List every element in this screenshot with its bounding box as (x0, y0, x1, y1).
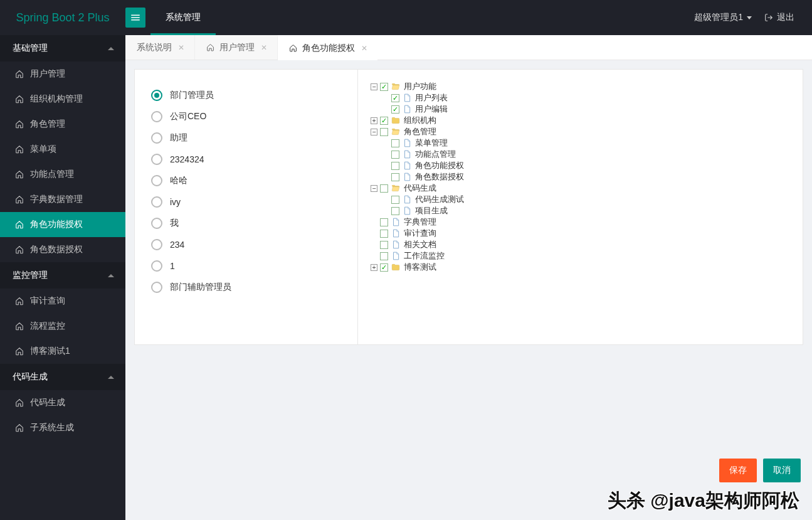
sidebar-item-1-1[interactable]: 流程监控 (0, 314, 125, 339)
top-tab-0[interactable]: 系统管理 (150, 0, 216, 35)
radio-icon (151, 260, 162, 272)
role-label: 部门辅助管理员 (170, 282, 231, 293)
expand-icon[interactable]: + (371, 117, 377, 124)
user-menu[interactable]: 超级管理员1 (694, 12, 752, 23)
watermark: 头杀 @java架构师阿松 (608, 488, 799, 514)
sidebar-item-label: 审计查询 (30, 295, 65, 307)
tree-node-label[interactable]: 字典管理 (404, 216, 436, 228)
sidebar-item-2-1[interactable]: 子系统生成 (0, 415, 125, 440)
content-tab-0[interactable]: 系统说明✕ (125, 35, 194, 60)
checkbox[interactable] (380, 128, 388, 136)
role-radio-1[interactable]: 公司CEO (151, 106, 341, 127)
sidebar-item-1-2[interactable]: 博客测试1 (0, 339, 125, 364)
menu-icon (130, 12, 141, 23)
home-icon (15, 95, 24, 103)
sidebar-item-0-5[interactable]: 字典数据管理 (0, 187, 125, 212)
checkbox[interactable] (380, 241, 388, 249)
sidebar-item-0-6[interactable]: 角色功能授权 (0, 212, 125, 237)
sidebar-item-0-3[interactable]: 菜单项 (0, 137, 125, 162)
role-radio-2[interactable]: 助理 (151, 127, 341, 149)
tree-node-label[interactable]: 功能点管理 (415, 149, 456, 160)
radio-icon (151, 175, 162, 186)
sidebar-item-label: 字典数据管理 (30, 194, 83, 205)
tree-node: 功能点管理 (382, 149, 790, 160)
save-button[interactable]: 保存 (719, 459, 757, 482)
tree-node: 项目生成 (382, 205, 790, 216)
cancel-button[interactable]: 取消 (763, 459, 801, 482)
logout-button[interactable]: 退出 (764, 12, 794, 23)
sidebar-item-0-1[interactable]: 组织机构管理 (0, 87, 125, 112)
role-radio-7[interactable]: 234 (151, 234, 341, 255)
tab-close-icon[interactable]: ✕ (177, 42, 186, 53)
tree-node-label[interactable]: 角色数据授权 (415, 171, 464, 183)
expand-icon[interactable]: + (371, 264, 377, 271)
checkbox[interactable] (391, 151, 399, 159)
tree-node-label[interactable]: 工作流监控 (404, 250, 445, 262)
checkbox[interactable] (380, 117, 388, 125)
checkbox[interactable] (391, 139, 399, 147)
tree-node-label[interactable]: 角色管理 (404, 126, 436, 137)
folder-icon (391, 184, 401, 193)
checkbox[interactable] (380, 218, 388, 226)
sidebar-item-0-2[interactable]: 角色管理 (0, 112, 125, 137)
role-radio-6[interactable]: 我 (151, 213, 341, 234)
checkbox[interactable] (380, 252, 388, 260)
sidebar-item-0-4[interactable]: 功能点管理 (0, 162, 125, 187)
role-radio-9[interactable]: 部门辅助管理员 (151, 277, 341, 298)
sidebar-item-0-0[interactable]: 用户管理 (0, 61, 125, 87)
role-radio-8[interactable]: 1 (151, 255, 341, 277)
tree-node-label[interactable]: 菜单管理 (415, 137, 448, 149)
tree-node-label[interactable]: 用户编辑 (415, 103, 448, 115)
role-radio-4[interactable]: 哈哈 (151, 170, 341, 191)
tree-node-label[interactable]: 审计查询 (404, 228, 436, 239)
role-radio-5[interactable]: ivy (151, 191, 341, 213)
sidebar-item-0-7[interactable]: 角色数据授权 (0, 237, 125, 262)
collapse-icon[interactable]: − (371, 185, 377, 192)
collapse-icon[interactable]: − (371, 83, 377, 90)
file-icon (402, 206, 412, 215)
tree-node: 代码生成测试 (382, 194, 790, 205)
tree-node-label[interactable]: 博客测试 (404, 262, 436, 273)
tree-node: +组织机构 (371, 115, 790, 126)
radio-icon (151, 132, 162, 144)
menu-toggle-button[interactable] (125, 8, 145, 28)
tab-close-icon[interactable]: ✕ (260, 42, 268, 53)
file-icon (391, 240, 401, 249)
checkbox[interactable] (391, 162, 399, 170)
checkbox[interactable] (380, 83, 388, 91)
tree-node-label[interactable]: 代码生成测试 (415, 194, 464, 205)
content-tab-1[interactable]: 用户管理✕ (194, 35, 277, 60)
checkbox[interactable] (391, 105, 399, 114)
checkbox[interactable] (380, 230, 388, 238)
tree-node-label[interactable]: 用户功能 (404, 81, 436, 92)
tree-node-label[interactable]: 项目生成 (415, 205, 448, 216)
checkbox[interactable] (380, 184, 388, 193)
sidebar-group-1[interactable]: 监控管理 (0, 262, 125, 289)
sidebar-group-0[interactable]: 基础管理 (0, 35, 125, 61)
file-icon (402, 150, 412, 159)
folder-icon (391, 116, 401, 125)
sidebar-item-2-0[interactable]: 代码生成 (0, 390, 125, 415)
logout-label: 退出 (777, 12, 794, 23)
checkbox[interactable] (391, 196, 399, 204)
checkbox[interactable] (391, 207, 399, 215)
role-radio-3[interactable]: 2324324 (151, 149, 341, 170)
sidebar-group-2[interactable]: 代码生成 (0, 364, 125, 390)
checkbox[interactable] (391, 173, 399, 181)
role-radio-0[interactable]: 部门管理员 (151, 85, 341, 106)
tree-node-label[interactable]: 用户列表 (415, 92, 448, 103)
tab-close-icon[interactable]: ✕ (360, 43, 369, 54)
role-label: 234 (170, 240, 184, 250)
sidebar-item-1-0[interactable]: 审计查询 (0, 289, 125, 314)
checkbox[interactable] (380, 263, 388, 272)
tree-node-label[interactable]: 相关文档 (404, 239, 436, 250)
collapse-icon[interactable]: − (371, 129, 377, 135)
tree-node-label[interactable]: 代码生成 (404, 183, 436, 194)
checkbox[interactable] (391, 94, 399, 102)
tree-node-label[interactable]: 组织机构 (404, 115, 436, 126)
home-icon (15, 145, 24, 154)
chevron-up-icon (108, 274, 114, 277)
sidebar-item-label: 组织机构管理 (30, 93, 83, 105)
content-tab-2[interactable]: 角色功能授权✕ (277, 35, 377, 60)
tree-node-label[interactable]: 角色功能授权 (415, 160, 464, 171)
